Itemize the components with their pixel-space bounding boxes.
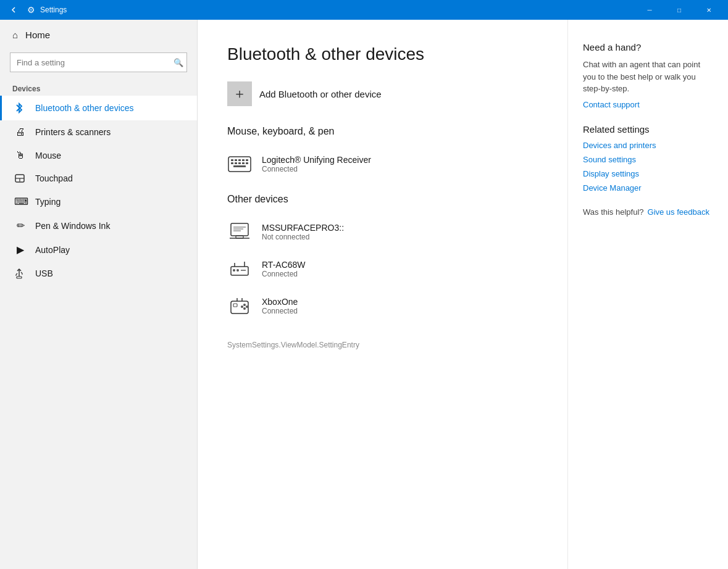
sidebar-item-pen[interactable]: ✏ Pen & Windows Ink xyxy=(0,214,197,238)
titlebar-title: Settings xyxy=(40,6,67,14)
bluetooth-icon xyxy=(14,102,27,114)
svg-rect-19 xyxy=(246,162,248,164)
add-device-label: Add Bluetooth or other device xyxy=(259,89,382,99)
device-name-surface: MSSURFACEPRO3:: xyxy=(262,223,344,233)
sidebar-item-label: Pen & Windows Ink xyxy=(35,221,110,231)
svg-rect-33 xyxy=(231,301,248,314)
sidebar-item-touchpad[interactable]: Touchpad xyxy=(0,167,197,189)
svg-rect-13 xyxy=(242,159,245,161)
svg-rect-12 xyxy=(238,159,241,161)
settings-titlebar-icon: ⚙ xyxy=(27,5,35,15)
svg-rect-21 xyxy=(231,223,248,236)
device-item-router[interactable]: RT-AC68W Connected xyxy=(227,252,538,286)
feedback-link[interactable]: Give us feedback xyxy=(648,207,709,217)
svg-line-5 xyxy=(16,273,17,275)
sidebar-item-label: Mouse xyxy=(35,151,61,160)
contact-support-link[interactable]: Contact support xyxy=(583,100,713,109)
keyboard-icon: ⌨ xyxy=(14,196,27,207)
svg-rect-11 xyxy=(235,159,237,161)
sidebar-search-container: 🔍 xyxy=(10,52,187,72)
sidebar-item-label: Printers & scanners xyxy=(35,127,111,137)
device-item-xbox[interactable]: XboxOne Connected xyxy=(227,289,538,323)
svg-rect-16 xyxy=(235,162,237,164)
main-content: Bluetooth & other devices ＋ Add Bluetoot… xyxy=(198,20,567,569)
helpful-row: Was this helpful? Give us feedback xyxy=(583,207,713,217)
device-manager-link[interactable]: Device Manager xyxy=(583,183,713,193)
page-title: Bluetooth & other devices xyxy=(227,44,538,64)
sidebar-item-label: Bluetooth & other devices xyxy=(35,103,134,113)
keyboard-device-icon xyxy=(227,152,252,177)
sidebar: ⌂ Home 🔍 Devices Bluetooth & other devic… xyxy=(0,20,198,569)
device-name-router: RT-AC68W xyxy=(262,260,306,270)
svg-rect-4 xyxy=(17,276,22,278)
device-item-logitech[interactable]: Logitech® Unifying Receiver Connected xyxy=(227,147,538,181)
router-device-icon xyxy=(227,257,252,281)
home-icon: ⌂ xyxy=(12,30,18,40)
mouse-section-title: Mouse, keyboard, & pen xyxy=(227,126,538,137)
svg-point-36 xyxy=(241,305,243,308)
device-name-logitech: Logitech® Unifying Receiver xyxy=(262,155,371,165)
device-status-router: Connected xyxy=(262,270,306,278)
pen-icon: ✏ xyxy=(14,220,27,231)
need-hand-title: Need a hand? xyxy=(583,42,713,52)
sidebar-item-printers[interactable]: 🖨 Printers & scanners xyxy=(0,120,197,144)
related-settings-title: Related settings xyxy=(583,124,713,135)
sidebar-home[interactable]: ⌂ Home xyxy=(0,20,197,50)
sidebar-item-mouse[interactable]: 🖱 Mouse xyxy=(0,144,197,167)
touchpad-icon xyxy=(14,173,27,183)
device-name-xbox: XboxOne xyxy=(262,297,298,307)
svg-rect-14 xyxy=(246,159,248,161)
mouse-icon: 🖱 xyxy=(14,150,27,161)
add-device-icon: ＋ xyxy=(227,81,252,106)
device-status-surface: Not connected xyxy=(262,233,344,241)
sidebar-section-label: Devices xyxy=(0,80,197,96)
sidebar-item-label: USB xyxy=(35,268,53,278)
devices-printers-link[interactable]: Devices and printers xyxy=(583,141,713,150)
svg-rect-10 xyxy=(231,159,233,161)
titlebar: ⚙ Settings ─ □ ✕ xyxy=(0,0,728,20)
search-icon[interactable]: 🔍 xyxy=(174,58,183,67)
svg-point-31 xyxy=(236,269,239,272)
sound-settings-link[interactable]: Sound settings xyxy=(583,155,713,164)
printer-icon: 🖨 xyxy=(14,127,27,138)
svg-point-37 xyxy=(246,305,248,308)
maximize-button[interactable]: □ xyxy=(665,0,693,20)
usb-icon xyxy=(14,268,27,279)
helpful-label: Was this helpful? xyxy=(583,207,644,217)
autoplay-icon: ▶ xyxy=(14,244,27,255)
need-hand-desc: Chat with an agent that can point you to… xyxy=(583,59,713,95)
footer-text: SystemSettings.ViewModel.SettingEntry xyxy=(227,341,538,349)
device-status-logitech: Connected xyxy=(262,165,371,173)
device-item-surface[interactable]: MSSURFACEPRO3:: Not connected xyxy=(227,215,538,249)
svg-point-30 xyxy=(233,269,235,272)
sidebar-item-label: Typing xyxy=(35,197,61,207)
svg-rect-34 xyxy=(233,304,237,307)
sidebar-item-bluetooth[interactable]: Bluetooth & other devices xyxy=(0,96,197,120)
sidebar-item-label: Touchpad xyxy=(35,173,73,183)
sidebar-item-usb[interactable]: USB xyxy=(0,262,197,285)
right-panel: Need a hand? Chat with an agent that can… xyxy=(567,20,728,569)
other-section-title: Other devices xyxy=(227,194,538,205)
search-input[interactable] xyxy=(10,52,187,72)
xbox-device-icon xyxy=(227,294,252,318)
sidebar-item-typing[interactable]: ⌨ Typing xyxy=(0,189,197,214)
minimize-button[interactable]: ─ xyxy=(635,0,664,20)
close-button[interactable]: ✕ xyxy=(695,0,723,20)
add-device-button[interactable]: ＋ Add Bluetooth or other device xyxy=(227,81,382,106)
svg-line-7 xyxy=(21,272,22,273)
svg-rect-17 xyxy=(238,162,241,164)
titlebar-back-button[interactable] xyxy=(5,1,22,19)
svg-point-38 xyxy=(243,307,246,310)
sidebar-item-label: AutoPlay xyxy=(35,245,70,255)
svg-rect-18 xyxy=(242,162,245,164)
surface-device-icon xyxy=(227,220,252,244)
device-status-xbox: Connected xyxy=(262,307,298,315)
svg-point-35 xyxy=(243,304,246,306)
svg-rect-15 xyxy=(231,162,233,164)
display-settings-link[interactable]: Display settings xyxy=(583,169,713,178)
sidebar-home-label: Home xyxy=(25,30,50,40)
sidebar-item-autoplay[interactable]: ▶ AutoPlay xyxy=(0,238,197,262)
svg-rect-20 xyxy=(233,165,246,167)
